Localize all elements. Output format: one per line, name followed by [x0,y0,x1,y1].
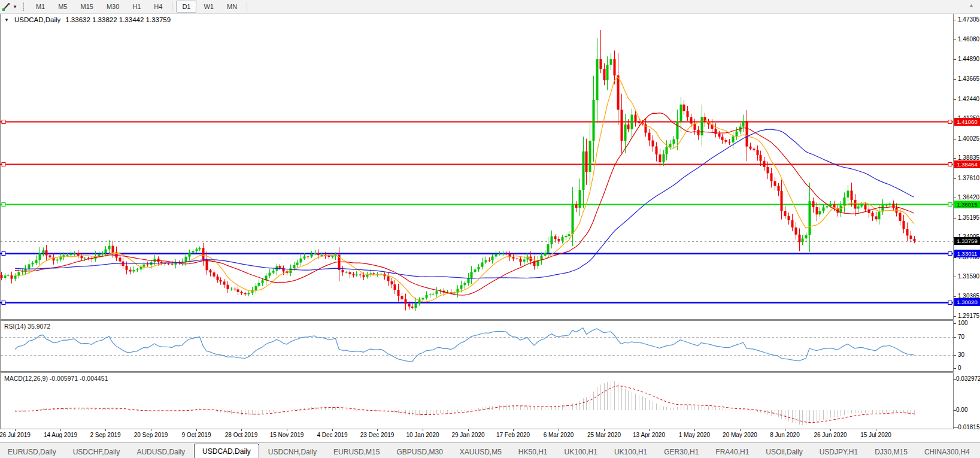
price-chart-canvas[interactable] [0,0,980,458]
chart-tab-hk50-h1[interactable]: HK50,H1 [511,446,556,458]
symbol-tab-bar: EURUSD,DailyUSDCHF,DailyAUDUSD,DailyUSDC… [0,442,980,458]
chart-tab-usdcnh-daily[interactable]: USDCNH,Daily [260,446,324,458]
chart-cursor-icon[interactable]: ▼ [1,1,19,13]
toolbar-grip-handle[interactable] [22,2,25,11]
timeframe-button-d1[interactable]: D1 [176,1,196,13]
toolbar-separator [247,2,247,11]
chevron-down-icon[interactable]: ▼ [13,4,17,10]
timeframe-button-h4[interactable]: H4 [148,1,168,13]
chart-tab-audusd-daily[interactable]: AUDUSD,Daily [129,446,193,458]
chart-tab-uk100-h1[interactable]: UK100,H1 [606,446,655,458]
chart-tab-fra40-h1[interactable]: FRA40,H1 [708,446,757,458]
scroll-up-icon[interactable]: ▲ [969,2,974,8]
timeframe-button-m15[interactable]: M15 [74,1,99,13]
chart-tab-usoil-daily[interactable]: USOil,Daily [758,446,810,458]
chart-tab-china300-h4[interactable]: CHINA300,H4 [917,446,978,458]
timeframe-toolbar: ▼ M1M5M15M30H1H4D1W1MN ▲ [0,0,980,14]
chart-tab-eurusd-m15[interactable]: EURUSD,M15 [326,446,387,458]
chart-tab-dj30-m15[interactable]: DJ30,M15 [867,446,915,458]
chart-tab-xauusd-m5[interactable]: XAUUSD,M5 [452,446,509,458]
timeframe-button-mn[interactable]: MN [221,1,243,13]
timeframe-button-w1[interactable]: W1 [198,1,220,13]
chart-tab-usdjpy-h1[interactable]: USDJPY,H1 [812,446,866,458]
chart-tab-eurusd-daily[interactable]: EURUSD,Daily [0,446,64,458]
chart-tab-gbpusd-m30[interactable]: GBPUSD,M30 [389,446,450,458]
timeframe-button-h1[interactable]: H1 [126,1,147,13]
chart-tab-usdchf-daily[interactable]: USDCHF,Daily [65,446,128,458]
chart-tab-ger30-h1[interactable]: GER30,H1 [656,446,706,458]
timeframe-button-m1[interactable]: M1 [30,1,51,13]
chart-tab-uk100-h1[interactable]: UK100,H1 [557,446,605,458]
timeframe-button-m30[interactable]: M30 [101,1,125,13]
trading-terminal-window: ▼ M1M5M15M30H1H4D1W1MN ▲ ▼ USDCAD,Daily … [0,0,980,458]
timeframe-button-m5[interactable]: M5 [52,1,73,13]
toolbar-separator [172,2,172,11]
chart-tab-usdcad-daily[interactable]: USDCAD,Daily [194,444,259,458]
